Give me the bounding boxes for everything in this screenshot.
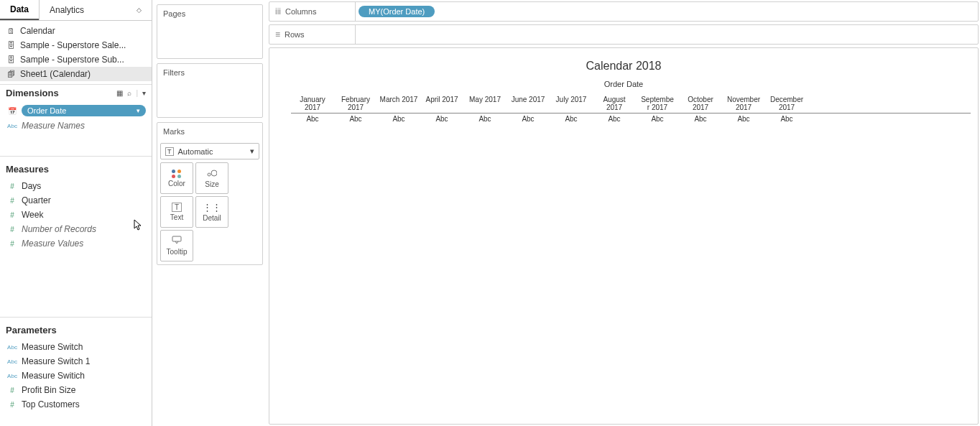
month-header-cell[interactable]: August2017: [593, 94, 636, 113]
month-header-cell[interactable]: February2017: [334, 94, 377, 113]
cards-panel: Pages Filters Marks T Automatic ▾: [152, 0, 267, 426]
month-header-cell[interactable]: November2017: [722, 94, 765, 113]
data-source-item[interactable]: 🗄Sample - Superstore Sub...: [0, 52, 152, 67]
tooltip-icon: [172, 236, 182, 246]
view-grid-icon[interactable]: ▦: [116, 89, 123, 97]
db-icon: 🗄: [6, 40, 16, 50]
num-icon: #: [6, 197, 19, 205]
mark-size-button[interactable]: Size: [195, 162, 228, 194]
viz-title[interactable]: Calendar 2018: [277, 60, 971, 73]
num-icon: #: [6, 226, 19, 233]
mark-tooltip-label: Tooltip: [167, 248, 188, 256]
viz-area[interactable]: Calendar 2018 Order Date January2017Febr…: [269, 47, 979, 425]
color-palette-icon: [172, 170, 182, 178]
rows-shelf[interactable]: ≡ Rows: [269, 24, 979, 45]
field-item[interactable]: AbcMeasure Names: [0, 119, 152, 133]
field-item[interactable]: #Quarter: [0, 193, 152, 208]
field-item[interactable]: #Measure Values: [0, 236, 152, 251]
mark-size-label: Size: [205, 180, 218, 188]
columns-shelf[interactable]: iii Columns MY(Order Date): [269, 1, 979, 22]
data-source-label: Sheet1 (Calendar): [20, 69, 91, 79]
field-label: Measure Switch 1: [22, 356, 146, 366]
month-header-cell[interactable]: July 2017: [550, 94, 593, 113]
data-source-item[interactable]: 🗓Calendar: [0, 24, 152, 38]
mark-text-button[interactable]: T Text: [160, 196, 193, 228]
abc-icon: Abc: [6, 344, 19, 351]
month-header-cell[interactable]: January2017: [291, 94, 334, 113]
mark-color-label: Color: [168, 180, 185, 187]
tab-analytics[interactable]: Analytics ◇: [39, 0, 152, 20]
abc-icon: Abc: [6, 123, 19, 129]
svg-point-0: [208, 173, 211, 176]
num-icon: #: [6, 211, 19, 219]
field-label: Number of Records: [22, 224, 146, 234]
month-header-cell[interactable]: December2017: [765, 94, 808, 113]
field-item[interactable]: AbcMeasure Switch 1: [0, 354, 152, 369]
dimensions-header: Dimensions ▦ ⌕ | ▾: [0, 85, 152, 101]
rows-icon: ≡: [275, 29, 280, 40]
parameters-list: AbcMeasure SwitchAbcMeasure Switch 1AbcM…: [0, 338, 152, 426]
tab-analytics-label: Analytics: [50, 5, 84, 15]
field-item[interactable]: #Top Customers: [0, 397, 152, 412]
month-header-cell[interactable]: March 2017: [377, 94, 420, 113]
month-header-cell[interactable]: September 2017: [636, 94, 679, 113]
mark-detail-button[interactable]: ⋮⋮ Detail: [195, 196, 228, 228]
field-item[interactable]: #Number of Records: [0, 222, 152, 236]
field-item[interactable]: #Days: [0, 179, 152, 193]
sheet-icon: 🗐: [6, 69, 16, 79]
filters-card-title: Filters: [157, 64, 262, 81]
dimensions-list: 📅Order Date▾AbcMeasure Names: [0, 101, 152, 152]
num-icon: #: [6, 386, 19, 394]
marks-card: Marks T Automatic ▾: [157, 122, 263, 265]
abc-placeholder-cell: Abc: [507, 114, 550, 124]
chevron-down-icon[interactable]: ▾: [137, 107, 140, 114]
data-source-label: Sample - Superstore Sale...: [20, 40, 126, 50]
abc-placeholder-cell: Abc: [291, 114, 334, 124]
size-icon: [207, 168, 217, 179]
date-icon: 📅: [6, 107, 19, 115]
field-item[interactable]: AbcMeasure Switch: [0, 340, 152, 354]
mark-tooltip-button[interactable]: Tooltip: [160, 230, 193, 261]
measures-section: Measures #Days#Quarter#Week#Number of Re…: [0, 156, 152, 252]
chevron-down-icon[interactable]: ▾: [142, 89, 146, 97]
month-header-cell[interactable]: April 2017: [420, 94, 463, 113]
field-label: Profit Bin Size: [22, 385, 146, 395]
data-source-label: Calendar: [20, 26, 55, 36]
marks-card-title: Marks: [157, 123, 262, 140]
pages-card[interactable]: Pages: [157, 4, 263, 59]
month-header-cell[interactable]: June 2017: [507, 94, 550, 113]
month-header-cell[interactable]: May 2017: [463, 94, 507, 113]
viz-field-label: Order Date: [277, 80, 971, 88]
mark-type-label: Automatic: [178, 147, 213, 156]
search-icon[interactable]: ⌕: [127, 89, 131, 97]
data-sources-list: 🗓Calendar🗄Sample - Superstore Sale...🗄Sa…: [0, 21, 152, 85]
month-header-cell[interactable]: October2017: [679, 94, 722, 113]
abc-placeholder-cell: Abc: [463, 114, 507, 124]
field-pill[interactable]: Order Date▾: [22, 105, 146, 116]
field-label: Week: [22, 210, 146, 220]
field-item[interactable]: #Profit Bin Size: [0, 383, 152, 397]
field-item[interactable]: #Week: [0, 208, 152, 222]
field-label: Order Date: [27, 106, 66, 115]
data-source-label: Sample - Superstore Sub...: [20, 55, 124, 65]
abc-placeholder-cell: Abc: [420, 114, 463, 124]
main-view: iii Columns MY(Order Date) ≡ Rows Calend…: [267, 0, 980, 426]
tab-data[interactable]: Data: [0, 0, 39, 20]
parameters-title: Parameters: [6, 325, 57, 335]
columns-pill-orderdate[interactable]: MY(Order Date): [359, 6, 435, 17]
field-label: Quarter: [22, 195, 146, 205]
filters-card[interactable]: Filters: [157, 63, 263, 118]
field-label: Days: [22, 181, 146, 191]
mark-type-select[interactable]: T Automatic ▾: [160, 143, 259, 159]
tab-options-icon[interactable]: ◇: [137, 6, 142, 14]
abc-placeholder-cell: Abc: [679, 114, 722, 124]
data-source-item[interactable]: 🗐Sheet1 (Calendar): [0, 67, 152, 81]
mark-color-button[interactable]: Color: [160, 162, 193, 194]
data-source-item[interactable]: 🗄Sample - Superstore Sale...: [0, 38, 152, 52]
month-table: January2017February2017March 2017April 2…: [291, 94, 971, 124]
field-label: Measure Names: [22, 121, 146, 131]
abc-icon: Abc: [6, 373, 19, 379]
field-item[interactable]: AbcMeasure Switich: [0, 369, 152, 383]
num-icon: #: [6, 240, 19, 248]
field-item[interactable]: 📅Order Date▾: [0, 103, 152, 119]
